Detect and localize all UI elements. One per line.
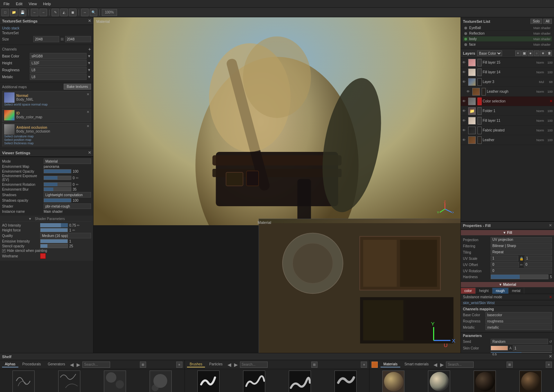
- env-rotation-slider[interactable]: [44, 182, 71, 186]
- wireframe-color-swatch[interactable]: [40, 253, 46, 259]
- seed-refresh[interactable]: ↺: [549, 340, 552, 344]
- normal-map-close[interactable]: ✕: [87, 92, 89, 96]
- base-color-ch-value[interactable]: basecolor: [485, 312, 552, 318]
- eye-icon[interactable]: 👁: [462, 128, 467, 132]
- layer-fill-15[interactable]: 👁 Fill layer 15 Norm 100: [461, 58, 554, 67]
- alphas-next[interactable]: ▶: [77, 362, 80, 367]
- add-folder-btn[interactable]: ▣: [521, 51, 527, 56]
- eye-icon[interactable]: 👁: [462, 119, 467, 122]
- toolbar-open[interactable]: 📁: [10, 9, 18, 16]
- toolbar-save[interactable]: 💾: [19, 9, 26, 16]
- alphas-list-toggle[interactable]: ≡: [176, 362, 182, 368]
- material-section-toggle[interactable]: ▼ Material: [461, 282, 554, 287]
- shadows-opacity-slider[interactable]: [44, 198, 71, 202]
- roughness-ch-value[interactable]: roughness: [485, 318, 552, 324]
- ao-map-close[interactable]: ✕: [87, 124, 89, 128]
- brush-artistic-2[interactable]: artistic 2: [232, 371, 277, 392]
- mat-bark-old-ginko[interactable]: Bark old ginko: [508, 371, 553, 392]
- viewer-settings-close[interactable]: ✕: [88, 151, 91, 155]
- solo-btn[interactable]: Solo: [530, 19, 542, 24]
- menu-help[interactable]: Help: [42, 1, 52, 7]
- alphas-prev[interactable]: ◀: [70, 362, 74, 367]
- tab-generators[interactable]: Generators: [45, 362, 68, 367]
- alpha-dirt-02[interactable]: Alpha Dirt 02: [138, 371, 183, 392]
- materials-next[interactable]: ▶: [440, 362, 444, 367]
- layer-channel-select[interactable]: Base Color: [477, 51, 502, 56]
- toolbar-undo[interactable]: ←: [31, 9, 38, 16]
- hide-stencil-checkbox[interactable]: ✓: [2, 249, 6, 253]
- layer-fill-11[interactable]: 👁 Fill layer 11 Norm 100: [461, 116, 554, 126]
- env-rotation-edit[interactable]: ✏: [76, 183, 79, 186]
- shelf-close[interactable]: ✕: [549, 354, 552, 359]
- projection-value[interactable]: UV projection: [491, 237, 552, 243]
- tab-rough[interactable]: rough: [492, 288, 509, 294]
- skin-color-swatch[interactable]: [491, 346, 508, 350]
- brushes-grid-toggle[interactable]: ⊞: [311, 362, 318, 368]
- ts-item-eyeball[interactable]: EyeBall Main shader: [463, 25, 552, 31]
- eye-icon[interactable]: 👁: [462, 80, 467, 84]
- menu-edit[interactable]: Edit: [15, 1, 24, 7]
- tab-smart-materials[interactable]: Smart materials: [402, 362, 431, 367]
- layer-leather[interactable]: 👁 Leather Norm 100: [461, 135, 554, 145]
- mat-backpack-pad[interactable]: Backpack pad...: [371, 371, 416, 392]
- height-format[interactable]: L32F: [30, 60, 87, 66]
- fill-section-toggle[interactable]: ▼ Fill: [461, 230, 554, 235]
- toolbar-mode-selector[interactable]: 100%: [102, 9, 117, 16]
- materials-prev[interactable]: ◀: [434, 362, 437, 367]
- size-input2[interactable]: 2048: [65, 36, 91, 42]
- skin-roughness-slider[interactable]: 0.5: [491, 352, 552, 353]
- toolbar-erase[interactable]: ◭: [60, 9, 68, 16]
- alpha-value[interactable]: 1: [513, 345, 552, 351]
- base-color-format[interactable]: sRGB8: [30, 53, 87, 59]
- properties-close[interactable]: ✕: [549, 223, 552, 228]
- tab-metal[interactable]: metal: [509, 288, 524, 294]
- ts-item-reflection[interactable]: Reflection Main shader: [463, 31, 552, 36]
- color-selection-x[interactable]: ✕: [549, 99, 553, 103]
- hardness-slider[interactable]: [491, 274, 548, 279]
- materials-list-toggle[interactable]: ≡: [546, 362, 552, 368]
- roughness-format[interactable]: L8: [30, 67, 87, 73]
- seed-value[interactable]: Random: [491, 339, 548, 344]
- env-exposure-slider[interactable]: [44, 176, 71, 180]
- metallic-ch-value[interactable]: metallic: [485, 325, 552, 330]
- ts-item-face[interactable]: face Main shader: [463, 42, 552, 47]
- add-layer-btn[interactable]: +: [515, 51, 521, 56]
- all-btn[interactable]: All: [543, 19, 552, 24]
- brush-artistic-1[interactable]: artistic 1: [186, 371, 231, 392]
- tab-height[interactable]: height: [476, 288, 492, 294]
- toolbar-redo[interactable]: →: [39, 9, 47, 16]
- env-blur-slider[interactable]: [44, 187, 71, 191]
- height-force-edit[interactable]: ✏: [72, 228, 75, 232]
- toolbar-move[interactable]: ↔: [81, 9, 89, 16]
- eye-icon[interactable]: 👁: [462, 138, 467, 142]
- brush-artistic-3[interactable]: artistic 3: [278, 371, 322, 392]
- tab-alphas[interactable]: Alphas: [2, 362, 18, 367]
- alpha-dirt-01[interactable]: Alpha Dirt 01: [93, 371, 137, 392]
- tab-color[interactable]: color: [461, 288, 476, 294]
- tab-procedurals[interactable]: Procedurals: [20, 362, 44, 367]
- env-opacity-slider[interactable]: [44, 169, 71, 173]
- uv-rotation-value[interactable]: 0: [491, 268, 552, 274]
- delete-layer-btn[interactable]: 🗑: [546, 51, 552, 56]
- uv-scale-lock[interactable]: 🔒: [519, 257, 524, 261]
- menu-file[interactable]: File: [2, 1, 11, 7]
- toolbar-zoom[interactable]: 🔍: [90, 9, 97, 16]
- materials-search[interactable]: [446, 362, 474, 368]
- position-map-link[interactable]: Select position map: [4, 138, 89, 142]
- alphas-search[interactable]: [82, 362, 110, 368]
- brushes-list-toggle[interactable]: ≡: [361, 362, 367, 368]
- alphas-grid-toggle[interactable]: ⊞: [140, 362, 146, 368]
- thickness-map-link[interactable]: Select thickness map: [4, 142, 89, 145]
- shadows-select[interactable]: Lightweight computation: [44, 192, 91, 198]
- eye-icon[interactable]: 👁: [462, 109, 467, 113]
- add-fill-btn[interactable]: ■: [528, 51, 533, 56]
- brushes-search[interactable]: [240, 362, 268, 368]
- uv-offset-x[interactable]: 0: [491, 262, 519, 267]
- eye-icon[interactable]: 👁: [466, 90, 471, 93]
- uv-offset-edit[interactable]: ✏: [520, 263, 523, 267]
- layer-fill-14[interactable]: 👁 Fill layer 14 Norm 100: [461, 67, 554, 77]
- tab-particles[interactable]: Particles: [206, 362, 225, 367]
- height-force-slider[interactable]: [40, 228, 68, 232]
- layer-color-selection[interactable]: 👁 Color selection ✕: [461, 97, 554, 106]
- substance-mode-close[interactable]: ✕: [549, 295, 552, 299]
